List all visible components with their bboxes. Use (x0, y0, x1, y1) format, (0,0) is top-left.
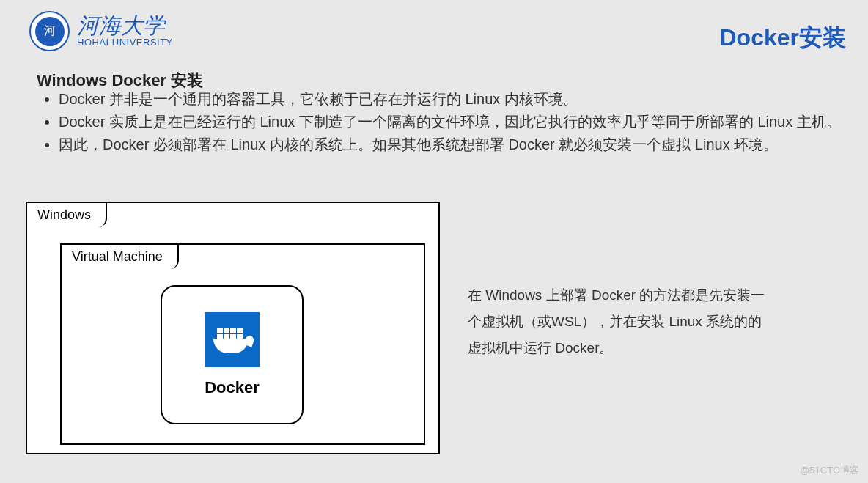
bullet-item: Docker 并非是一个通用的容器工具，它依赖于已存在并运行的 Linux 内核… (59, 88, 841, 111)
slide-header: 河 河海大学 HOHAI UNIVERSITY Docker安装 (0, 0, 868, 51)
bullet-item: Docker 实质上是在已经运行的 Linux 下制造了一个隔离的文件环境，因此… (59, 111, 841, 133)
docker-whale-icon (212, 325, 252, 355)
bullet-list: Docker 并非是一个通用的容器工具，它依赖于已存在并运行的 Linux 内核… (44, 88, 841, 156)
university-name-block: 河海大学 HOHAI UNIVERSITY (77, 15, 173, 48)
university-seal: 河 (29, 11, 70, 51)
virtual-machine-box: Virtual Machine (60, 243, 425, 445)
page-title: Docker安装 (720, 22, 847, 54)
docker-box: Docker (161, 285, 304, 424)
university-logo-area: 河 河海大学 HOHAI UNIVERSITY (29, 11, 173, 51)
docker-label: Docker (205, 378, 260, 397)
university-name-en: HOHAI UNIVERSITY (77, 37, 173, 48)
side-explanation: 在 Windows 上部署 Docker 的方法都是先安装一个虚拟机（或WSL）… (468, 282, 776, 361)
windows-box: Windows Virtual Machine (26, 202, 440, 454)
windows-label: Windows (26, 202, 107, 227)
virtual-machine-label: Virtual Machine (60, 243, 179, 269)
university-name-cn: 河海大学 (77, 15, 173, 37)
seal-icon: 河 (35, 17, 65, 46)
bullet-item: 因此，Docker 必须部署在 Linux 内核的系统上。如果其他系统想部署 D… (59, 133, 841, 156)
watermark: @51CTO博客 (800, 464, 859, 477)
docker-logo-icon (205, 312, 260, 367)
nested-diagram: Windows Virtual Machine (26, 194, 440, 454)
